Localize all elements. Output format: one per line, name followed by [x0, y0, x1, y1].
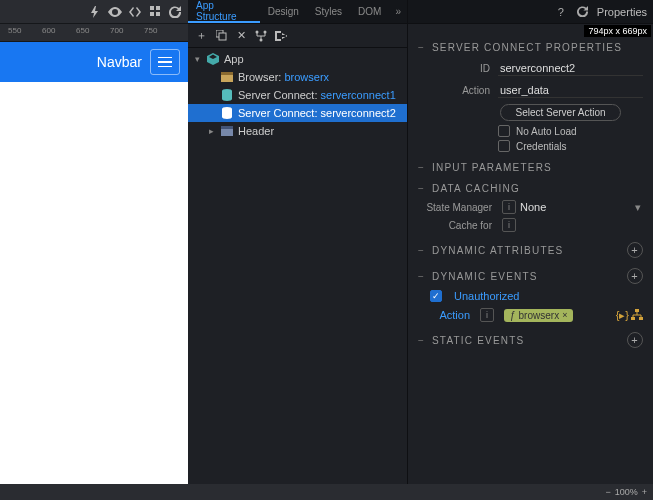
header-icon	[220, 124, 234, 138]
hamburger-icon[interactable]	[150, 49, 180, 75]
add-icon[interactable]: +	[627, 242, 643, 258]
preview-navbar[interactable]: Navbar	[0, 42, 188, 82]
checkbox-checked-icon[interactable]: ✓	[430, 290, 442, 302]
tree-node-serverconnect2[interactable]: Server Connect: serverconnect2	[188, 104, 407, 122]
collapse-icon[interactable]: ▾	[192, 54, 202, 64]
data-picker-icon[interactable]: {▸}	[616, 309, 629, 322]
add-icon[interactable]: +	[627, 332, 643, 348]
id-input[interactable]: serverconnect2	[498, 61, 643, 76]
copy-icon[interactable]	[212, 27, 230, 45]
tree-node-app[interactable]: ▾ App	[188, 50, 407, 68]
add-icon[interactable]: +	[627, 268, 643, 284]
action-input[interactable]: user_data	[498, 83, 643, 98]
ruler: 550 600 650 700 750	[0, 24, 188, 42]
event-name: Unauthorized	[454, 290, 519, 302]
properties-panel: ? Properties SERVER CONNECT PROPERTIES I…	[408, 0, 653, 500]
preview-canvas[interactable]: Navbar	[0, 42, 188, 500]
refresh-icon[interactable]	[166, 3, 184, 21]
section-dynamic-events[interactable]: DYNAMIC EVENTS+	[418, 268, 643, 284]
section-dynamic-attributes[interactable]: DYNAMIC ATTRIBUTES+	[418, 242, 643, 258]
select-server-action-button[interactable]: Select Server Action	[500, 104, 620, 121]
tree-label: Header	[238, 125, 274, 137]
properties-toolbar: ? Properties	[408, 0, 653, 24]
zoom-out-icon[interactable]: −	[605, 487, 610, 497]
dropdown-icon[interactable]: ▾	[633, 201, 643, 214]
svg-rect-14	[221, 126, 233, 129]
tab-design[interactable]: Design	[260, 0, 307, 23]
exit-icon[interactable]	[272, 27, 290, 45]
svg-rect-3	[156, 12, 160, 16]
eye-icon[interactable]	[106, 3, 124, 21]
state-manager-label: State Manager	[418, 202, 498, 213]
cache-for-label: Cache for	[418, 220, 498, 231]
browser-icon	[220, 70, 234, 84]
id-label: ID	[418, 63, 498, 74]
zoom-in-icon[interactable]: +	[642, 487, 647, 497]
svg-rect-10	[221, 72, 233, 75]
tree-label: Server Connect: serverconnect1	[238, 89, 396, 101]
tree-toolbar: ＋ ✕	[188, 24, 407, 48]
tree-node-browser[interactable]: Browser: browserx	[188, 68, 407, 86]
preview-toolbar	[0, 0, 188, 24]
section-input-parameters[interactable]: INPUT PARAMETERS	[418, 162, 643, 173]
svg-rect-15	[635, 309, 639, 312]
remove-icon[interactable]: ×	[562, 310, 567, 320]
tree-label: Server Connect: serverconnect2	[238, 107, 396, 119]
event-unauthorized[interactable]: ✓ Unauthorized	[418, 290, 643, 302]
expand-icon[interactable]: ▸	[206, 126, 216, 136]
action-label: Action	[418, 85, 498, 96]
add-icon[interactable]: ＋	[192, 27, 210, 45]
cube-icon	[206, 52, 220, 66]
delete-icon[interactable]: ✕	[232, 27, 250, 45]
flow-icon[interactable]	[631, 309, 643, 322]
no-auto-load-option[interactable]: No Auto Load	[418, 125, 643, 137]
svg-rect-16	[631, 317, 635, 320]
database-icon	[220, 106, 234, 120]
checkbox-icon[interactable]	[498, 125, 510, 137]
panel-title: Properties	[597, 6, 647, 18]
grid-icon[interactable]	[146, 3, 164, 21]
tree-label: Browser: browserx	[238, 71, 329, 83]
info-icon[interactable]: i	[502, 200, 516, 214]
info-icon[interactable]: i	[502, 218, 516, 232]
info-icon[interactable]: i	[480, 308, 494, 322]
tree-node-serverconnect1[interactable]: Server Connect: serverconnect1	[188, 86, 407, 104]
tree-node-header[interactable]: ▸ Header	[188, 122, 407, 140]
dimension-badge: 794px x 669px	[584, 25, 651, 37]
action-pill[interactable]: ƒbrowserx×	[504, 309, 573, 322]
tab-dom[interactable]: DOM	[350, 0, 389, 23]
preview-panel: 550 600 650 700 750 794px x 669px Navbar…	[0, 0, 188, 500]
database-icon	[220, 88, 234, 102]
credentials-option[interactable]: Credentials	[418, 140, 643, 152]
checkbox-icon[interactable]	[498, 140, 510, 152]
event-action-label: Action	[430, 309, 470, 321]
code-icon[interactable]	[126, 3, 144, 21]
section-data-caching[interactable]: DATA CACHING	[418, 183, 643, 194]
refresh-icon[interactable]	[575, 4, 591, 20]
svg-rect-5	[219, 33, 226, 40]
svg-rect-2	[150, 12, 154, 16]
tab-styles[interactable]: Styles	[307, 0, 350, 23]
navbar-title: Navbar	[97, 54, 142, 70]
svg-rect-1	[156, 6, 160, 10]
state-manager-select[interactable]: None	[520, 201, 633, 213]
panel-tabs: App Structure Design Styles DOM »	[188, 0, 407, 24]
zoom-bar: − 100% +	[0, 484, 653, 500]
svg-rect-17	[639, 317, 643, 320]
tab-app-structure[interactable]: App Structure	[188, 0, 260, 23]
section-server-connect[interactable]: SERVER CONNECT PROPERTIES	[418, 42, 643, 53]
help-icon[interactable]: ?	[553, 4, 569, 20]
structure-panel: App Structure Design Styles DOM » ＋ ✕ ▾ …	[188, 0, 408, 500]
svg-rect-0	[150, 6, 154, 10]
tabs-overflow-icon[interactable]: »	[389, 6, 407, 17]
bolt-icon[interactable]	[86, 3, 104, 21]
tree-label: App	[224, 53, 244, 65]
branch-icon[interactable]	[252, 27, 270, 45]
component-tree: ▾ App Browser: browserx Server Connect: …	[188, 48, 407, 142]
zoom-value: 100%	[615, 487, 638, 497]
section-static-events[interactable]: STATIC EVENTS+	[418, 332, 643, 348]
